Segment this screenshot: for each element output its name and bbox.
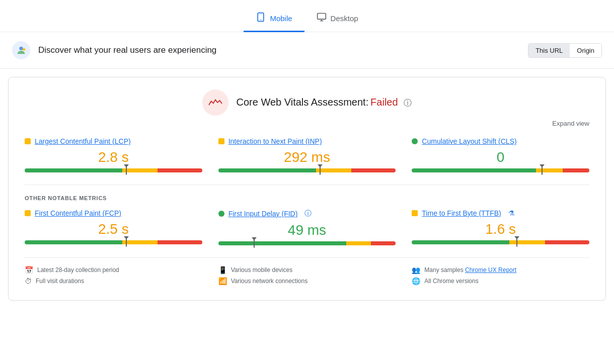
progress-bar-fcp bbox=[25, 240, 202, 244]
metric-value-ttfb: 1.6 s bbox=[412, 221, 589, 237]
mobile-icon bbox=[256, 12, 266, 25]
metric-value-cls: 0 bbox=[412, 149, 589, 165]
footer-col1: 📅Latest 28-day collection period⏱Full vi… bbox=[25, 266, 202, 288]
expand-view-link[interactable]: Expand view bbox=[25, 120, 589, 127]
metric-cls: Cumulative Layout Shift (CLS) 0 bbox=[412, 137, 589, 172]
svg-point-4 bbox=[23, 48, 26, 51]
footer-icon: 👥 bbox=[412, 266, 420, 274]
core-metrics-grid: Largest Contentful Paint (LCP) 2.8 s Int… bbox=[25, 137, 589, 172]
metric-name-lcp[interactable]: Largest Contentful Paint (LCP) bbox=[35, 137, 131, 145]
metric-value-fid: 49 ms bbox=[218, 222, 396, 238]
main-card: Core Web Vitals Assessment: Failed ⓘ Exp… bbox=[8, 77, 606, 301]
footer-item: 🌐All Chrome versions bbox=[412, 277, 589, 285]
metric-lcp: Largest Contentful Paint (LCP) 2.8 s bbox=[25, 137, 202, 172]
footer-link[interactable]: Chrome UX Report bbox=[465, 266, 516, 274]
assessment-info-icon[interactable]: ⓘ bbox=[404, 99, 412, 107]
other-section-label: OTHER NOTABLE METRICS bbox=[25, 195, 589, 201]
tab-bar: Mobile Desktop bbox=[0, 0, 614, 32]
progress-bar-inp bbox=[218, 168, 396, 172]
footer-item: ⏱Full visit durations bbox=[25, 277, 202, 285]
metric-label-lcp: Largest Contentful Paint (LCP) bbox=[25, 137, 202, 145]
metric-name-ttfb[interactable]: Time to First Byte (TTFB) bbox=[422, 209, 501, 217]
origin-button[interactable]: Origin bbox=[570, 44, 601, 57]
tab-mobile[interactable]: Mobile bbox=[244, 7, 304, 32]
footer-icon: ⏱ bbox=[25, 277, 32, 285]
assessment-header: Core Web Vitals Assessment: Failed ⓘ bbox=[25, 89, 589, 116]
beaker-icon[interactable]: ⚗ bbox=[508, 209, 515, 217]
progress-bar-ttfb bbox=[412, 240, 589, 244]
footer-item: 📱Various mobile devices bbox=[218, 266, 396, 274]
url-origin-toggle: This URL Origin bbox=[528, 43, 602, 58]
info-icon[interactable]: ⓘ bbox=[304, 209, 312, 218]
metric-value-fcp: 2.5 s bbox=[25, 221, 202, 237]
footer-grid: 📅Latest 28-day collection period⏱Full vi… bbox=[25, 257, 589, 288]
metric-value-inp: 292 ms bbox=[218, 149, 396, 165]
tab-desktop[interactable]: Desktop bbox=[304, 7, 370, 32]
metric-fcp: First Contentful Paint (FCP) 2.5 s bbox=[25, 209, 202, 245]
this-url-button[interactable]: This URL bbox=[528, 44, 570, 57]
footer-icon: 📶 bbox=[218, 277, 227, 285]
metric-name-fid[interactable]: First Input Delay (FID) bbox=[228, 210, 298, 218]
other-metrics-grid: First Contentful Paint (FCP) 2.5 s First… bbox=[25, 209, 589, 245]
footer-col2: 📱Various mobile devices📶Various network … bbox=[218, 266, 396, 288]
footer-item: 👥Many samples Chrome UX Report bbox=[412, 266, 589, 274]
footer-icon: 📅 bbox=[25, 266, 33, 274]
metric-label-fid: First Input Delay (FID) ⓘ bbox=[218, 209, 396, 218]
crux-avatar bbox=[12, 41, 30, 59]
progress-bar-fid bbox=[218, 241, 396, 245]
metric-name-inp[interactable]: Interaction to Next Paint (INP) bbox=[228, 137, 322, 145]
svg-rect-2 bbox=[317, 14, 326, 20]
metric-inp: Interaction to Next Paint (INP) 292 ms bbox=[218, 137, 396, 172]
metric-fid: First Input Delay (FID) ⓘ 49 ms bbox=[218, 209, 396, 245]
footer-col3: 👥Many samples Chrome UX Report🌐All Chrom… bbox=[412, 266, 589, 288]
footer-item: 📅Latest 28-day collection period bbox=[25, 266, 202, 274]
metric-name-cls[interactable]: Cumulative Layout Shift (CLS) bbox=[422, 137, 516, 145]
desktop-icon bbox=[317, 12, 327, 25]
svg-rect-0 bbox=[258, 13, 264, 22]
metric-name-fcp[interactable]: First Contentful Paint (FCP) bbox=[35, 209, 121, 217]
footer-icon: 📱 bbox=[218, 266, 227, 274]
footer-icon: 🌐 bbox=[412, 277, 420, 285]
metric-label-inp: Interaction to Next Paint (INP) bbox=[218, 137, 396, 145]
assessment-icon bbox=[202, 89, 228, 116]
metric-label-fcp: First Contentful Paint (FCP) bbox=[25, 209, 202, 217]
assessment-status: Failed bbox=[370, 97, 398, 108]
svg-point-1 bbox=[261, 19, 262, 20]
progress-bar-lcp bbox=[25, 168, 202, 172]
section-divider bbox=[25, 185, 589, 185]
progress-bar-cls bbox=[412, 168, 589, 172]
metric-value-lcp: 2.8 s bbox=[25, 149, 202, 165]
tab-desktop-label: Desktop bbox=[331, 14, 358, 23]
tab-mobile-label: Mobile bbox=[270, 14, 292, 23]
metric-label-cls: Cumulative Layout Shift (CLS) bbox=[412, 137, 589, 145]
metric-ttfb: Time to First Byte (TTFB) ⚗ 1.6 s bbox=[412, 209, 589, 245]
metric-label-ttfb: Time to First Byte (TTFB) ⚗ bbox=[412, 209, 589, 217]
assessment-title: Core Web Vitals Assessment: Failed ⓘ bbox=[237, 97, 412, 109]
header-title: Discover what your real users are experi… bbox=[38, 45, 520, 55]
header-section: Discover what your real users are experi… bbox=[0, 32, 614, 69]
footer-item: 📶Various network connections bbox=[218, 277, 396, 285]
svg-point-3 bbox=[19, 47, 23, 50]
